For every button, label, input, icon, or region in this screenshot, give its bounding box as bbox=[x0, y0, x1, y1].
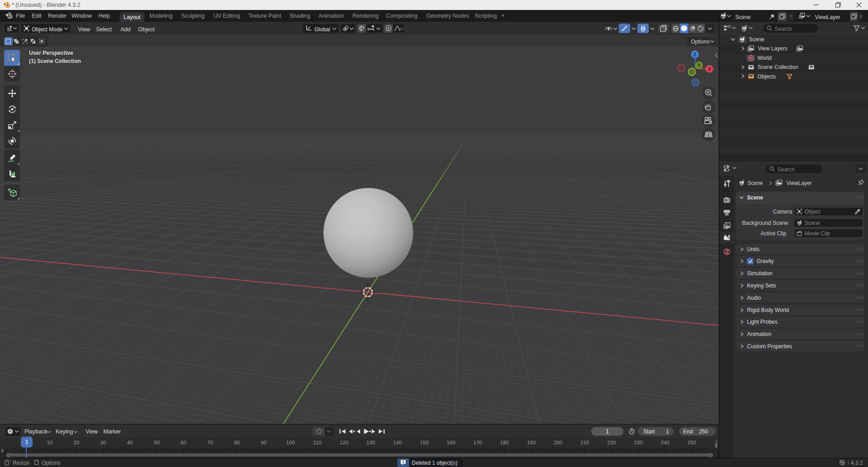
svg-text:Z: Z bbox=[694, 52, 697, 57]
svg-text:X: X bbox=[708, 66, 711, 72]
svg-text:Y: Y bbox=[697, 63, 700, 68]
